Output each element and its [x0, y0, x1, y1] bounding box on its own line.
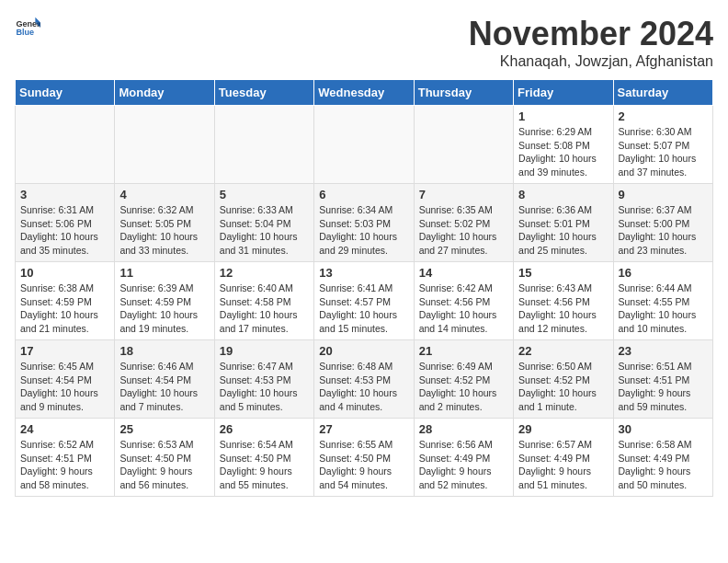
day-number: 29	[518, 422, 608, 436]
calendar-cell: 22Sunrise: 6:50 AM Sunset: 4:52 PM Dayli…	[514, 340, 613, 419]
day-number: 22	[518, 344, 608, 358]
day-number: 20	[319, 344, 408, 358]
title-section: November 2024 Khanaqah, Jowzjan, Afghani…	[469, 15, 713, 70]
day-info: Sunrise: 6:58 AM Sunset: 4:49 PM Dayligh…	[619, 438, 708, 492]
day-number: 2	[619, 109, 708, 123]
col-header-wednesday: Wednesday	[314, 80, 414, 106]
calendar-table: SundayMondayTuesdayWednesdayThursdayFrid…	[15, 79, 713, 497]
day-info: Sunrise: 6:43 AM Sunset: 4:56 PM Dayligh…	[518, 282, 608, 336]
day-number: 11	[119, 266, 209, 280]
day-number: 26	[220, 422, 309, 436]
calendar-cell: 8Sunrise: 6:36 AM Sunset: 5:01 PM Daylig…	[514, 184, 613, 262]
day-info: Sunrise: 6:44 AM Sunset: 4:55 PM Dayligh…	[619, 282, 708, 336]
col-header-sunday: Sunday	[16, 80, 115, 106]
day-info: Sunrise: 6:45 AM Sunset: 4:54 PM Dayligh…	[20, 360, 109, 414]
day-number: 19	[220, 344, 309, 358]
calendar-week-row: 24Sunrise: 6:52 AM Sunset: 4:51 PM Dayli…	[16, 419, 713, 497]
calendar-cell: 1Sunrise: 6:29 AM Sunset: 5:08 PM Daylig…	[514, 106, 613, 184]
day-info: Sunrise: 6:30 AM Sunset: 5:07 PM Dayligh…	[619, 125, 708, 179]
day-info: Sunrise: 6:42 AM Sunset: 4:56 PM Dayligh…	[419, 282, 508, 336]
calendar-cell: 16Sunrise: 6:44 AM Sunset: 4:55 PM Dayli…	[613, 262, 712, 340]
day-info: Sunrise: 6:57 AM Sunset: 4:49 PM Dayligh…	[518, 438, 608, 492]
calendar-cell: 12Sunrise: 6:40 AM Sunset: 4:58 PM Dayli…	[214, 262, 313, 340]
day-info: Sunrise: 6:34 AM Sunset: 5:03 PM Dayligh…	[319, 203, 408, 258]
day-info: Sunrise: 6:48 AM Sunset: 4:53 PM Dayligh…	[319, 360, 408, 414]
calendar-week-row: 10Sunrise: 6:38 AM Sunset: 4:59 PM Dayli…	[16, 262, 713, 340]
day-number: 9	[619, 188, 708, 201]
calendar-cell: 11Sunrise: 6:39 AM Sunset: 4:59 PM Dayli…	[115, 262, 214, 340]
calendar-cell: 26Sunrise: 6:54 AM Sunset: 4:50 PM Dayli…	[214, 419, 313, 497]
page-header: General Blue November 2024 Khanaqah, Jow…	[15, 15, 713, 70]
day-number: 18	[119, 344, 209, 358]
calendar-cell: 10Sunrise: 6:38 AM Sunset: 4:59 PM Dayli…	[16, 262, 115, 340]
calendar-cell: 21Sunrise: 6:49 AM Sunset: 4:52 PM Dayli…	[414, 340, 513, 419]
day-number: 10	[20, 266, 109, 280]
day-number: 24	[20, 422, 109, 436]
day-info: Sunrise: 6:39 AM Sunset: 4:59 PM Dayligh…	[119, 282, 209, 336]
day-info: Sunrise: 6:55 AM Sunset: 4:50 PM Dayligh…	[319, 438, 408, 492]
day-number: 3	[20, 188, 109, 201]
day-info: Sunrise: 6:36 AM Sunset: 5:01 PM Dayligh…	[518, 203, 608, 258]
day-info: Sunrise: 6:33 AM Sunset: 5:04 PM Dayligh…	[220, 203, 309, 258]
day-info: Sunrise: 6:52 AM Sunset: 4:51 PM Dayligh…	[20, 438, 109, 492]
day-info: Sunrise: 6:47 AM Sunset: 4:53 PM Dayligh…	[220, 360, 309, 414]
col-header-friday: Friday	[514, 80, 613, 106]
day-info: Sunrise: 6:29 AM Sunset: 5:08 PM Dayligh…	[518, 125, 608, 179]
calendar-cell: 13Sunrise: 6:41 AM Sunset: 4:57 PM Dayli…	[314, 262, 414, 340]
day-info: Sunrise: 6:49 AM Sunset: 4:52 PM Dayligh…	[419, 360, 508, 414]
col-header-tuesday: Tuesday	[214, 80, 313, 106]
day-number: 8	[518, 188, 608, 201]
col-header-saturday: Saturday	[613, 80, 712, 106]
day-number: 17	[20, 344, 109, 358]
day-info: Sunrise: 6:54 AM Sunset: 4:50 PM Dayligh…	[220, 438, 309, 492]
day-number: 27	[319, 422, 408, 436]
day-number: 12	[220, 266, 309, 280]
day-number: 21	[419, 344, 508, 358]
day-number: 5	[220, 188, 309, 201]
calendar-cell: 14Sunrise: 6:42 AM Sunset: 4:56 PM Dayli…	[414, 262, 513, 340]
day-info: Sunrise: 6:40 AM Sunset: 4:58 PM Dayligh…	[220, 282, 309, 336]
day-info: Sunrise: 6:50 AM Sunset: 4:52 PM Dayligh…	[518, 360, 608, 414]
calendar-cell: 6Sunrise: 6:34 AM Sunset: 5:03 PM Daylig…	[314, 184, 414, 262]
day-number: 4	[119, 188, 209, 201]
calendar-cell: 24Sunrise: 6:52 AM Sunset: 4:51 PM Dayli…	[16, 419, 115, 497]
day-number: 16	[619, 266, 708, 280]
calendar-week-row: 1Sunrise: 6:29 AM Sunset: 5:08 PM Daylig…	[16, 106, 713, 184]
day-info: Sunrise: 6:41 AM Sunset: 4:57 PM Dayligh…	[319, 282, 408, 336]
location-title: Khanaqah, Jowzjan, Afghanistan	[469, 53, 713, 70]
month-title: November 2024	[469, 15, 713, 53]
calendar-cell: 29Sunrise: 6:57 AM Sunset: 4:49 PM Dayli…	[514, 419, 613, 497]
calendar-cell: 15Sunrise: 6:43 AM Sunset: 4:56 PM Dayli…	[514, 262, 613, 340]
calendar-cell	[414, 106, 513, 184]
logo-icon: General Blue	[15, 15, 40, 40]
calendar-cell: 7Sunrise: 6:35 AM Sunset: 5:02 PM Daylig…	[414, 184, 513, 262]
calendar-cell: 17Sunrise: 6:45 AM Sunset: 4:54 PM Dayli…	[16, 340, 115, 419]
day-number: 30	[619, 422, 708, 436]
calendar-cell: 28Sunrise: 6:56 AM Sunset: 4:49 PM Dayli…	[414, 419, 513, 497]
day-number: 25	[119, 422, 209, 436]
calendar-cell: 3Sunrise: 6:31 AM Sunset: 5:06 PM Daylig…	[16, 184, 115, 262]
day-number: 14	[419, 266, 508, 280]
day-number: 15	[518, 266, 608, 280]
calendar-cell: 9Sunrise: 6:37 AM Sunset: 5:00 PM Daylig…	[613, 184, 712, 262]
logo: General Blue	[15, 15, 40, 40]
day-number: 13	[319, 266, 408, 280]
day-number: 6	[319, 188, 408, 201]
calendar-cell	[16, 106, 115, 184]
svg-text:Blue: Blue	[16, 28, 34, 37]
calendar-cell	[214, 106, 313, 184]
col-header-thursday: Thursday	[414, 80, 513, 106]
calendar-cell: 4Sunrise: 6:32 AM Sunset: 5:05 PM Daylig…	[115, 184, 214, 262]
calendar-cell	[115, 106, 214, 184]
day-number: 1	[518, 109, 608, 123]
day-info: Sunrise: 6:46 AM Sunset: 4:54 PM Dayligh…	[119, 360, 209, 414]
day-info: Sunrise: 6:53 AM Sunset: 4:50 PM Dayligh…	[119, 438, 209, 492]
day-info: Sunrise: 6:32 AM Sunset: 5:05 PM Dayligh…	[119, 203, 209, 258]
calendar-cell: 23Sunrise: 6:51 AM Sunset: 4:51 PM Dayli…	[613, 340, 712, 419]
day-info: Sunrise: 6:31 AM Sunset: 5:06 PM Dayligh…	[20, 203, 109, 258]
calendar-cell: 18Sunrise: 6:46 AM Sunset: 4:54 PM Dayli…	[115, 340, 214, 419]
calendar-cell: 2Sunrise: 6:30 AM Sunset: 5:07 PM Daylig…	[613, 106, 712, 184]
day-info: Sunrise: 6:35 AM Sunset: 5:02 PM Dayligh…	[419, 203, 508, 258]
day-info: Sunrise: 6:37 AM Sunset: 5:00 PM Dayligh…	[619, 203, 708, 258]
day-info: Sunrise: 6:38 AM Sunset: 4:59 PM Dayligh…	[20, 282, 109, 336]
